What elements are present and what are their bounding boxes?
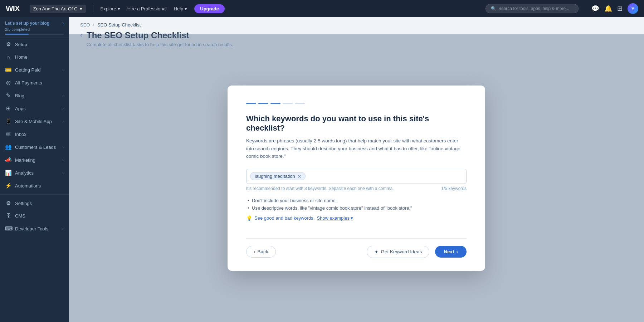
- tip-2: Use descriptive words, like "vintage com…: [246, 204, 467, 212]
- sidebar-divider-1: [0, 194, 69, 195]
- bell-icon[interactable]: 🔔: [604, 5, 612, 13]
- dev-tools-chevron: ›: [62, 226, 64, 231]
- site-name: Zen And The Art Of C: [33, 6, 78, 11]
- customers-icon: 👥: [5, 144, 11, 150]
- sidebar-item-getting-paid[interactable]: 💳 Getting Paid ›: [0, 63, 69, 76]
- sidebar-label-analytics: Analytics: [15, 170, 59, 176]
- keyword-count: 1/5 keywords: [441, 186, 467, 191]
- back-chevron-icon: ‹: [254, 249, 255, 254]
- apps-icon: ⊞: [5, 105, 11, 112]
- sidebar-item-inbox[interactable]: ✉ Inbox: [0, 128, 69, 141]
- nav-help[interactable]: Help ▾: [174, 6, 187, 11]
- sidebar-label-home: Home: [15, 54, 64, 60]
- show-examples[interactable]: 💡 See good and bad keywords. Show exampl…: [246, 215, 467, 221]
- sidebar-item-cms[interactable]: 🗄 CMS: [0, 210, 69, 222]
- modal-description: Keywords are phrases (usually 2-5 words …: [246, 137, 467, 160]
- site-mobile-chevron: ›: [62, 119, 64, 123]
- sidebar-item-all-payments[interactable]: ◎ All Payments: [0, 76, 69, 89]
- keyword-input-container[interactable]: laughing meditation ✕: [246, 169, 467, 184]
- footer-right: ✦ Get Keyword Ideas Next ›: [367, 246, 467, 258]
- marketing-icon: 📣: [5, 157, 11, 163]
- sidebar-item-marketing[interactable]: 📣 Marketing ›: [0, 153, 69, 166]
- sidebar-item-home[interactable]: ⌂ Home: [0, 51, 69, 63]
- sidebar-item-developer-tools[interactable]: ⌨ Developer Tools ›: [0, 222, 69, 235]
- sidebar-label-blog: Blog: [15, 93, 59, 98]
- site-selector[interactable]: Zen And The Art Of C ▾: [30, 5, 86, 13]
- sidebar-label-setup: Setup: [15, 42, 64, 47]
- nav-explore[interactable]: Explore ▾: [101, 6, 120, 11]
- step-dot-5: [295, 103, 305, 104]
- upgrade-button[interactable]: Upgrade: [194, 4, 225, 13]
- blog-chevron: ›: [62, 93, 64, 98]
- next-button[interactable]: Next ›: [435, 246, 467, 258]
- sidebar-label-site-mobile-app: Site & Mobile App: [15, 119, 59, 124]
- progress-fill: [5, 34, 29, 35]
- top-nav: WIX Zen And The Art Of C ▾ Explore ▾ Hir…: [0, 0, 644, 17]
- chat-icon[interactable]: 💬: [591, 5, 599, 13]
- setup-icon: ⚙: [5, 41, 11, 48]
- site-mobile-icon: 📱: [5, 118, 11, 125]
- breadcrumb: SEO › SEO Setup Checklist: [69, 17, 644, 30]
- step-indicators: [246, 103, 467, 104]
- setup-chevron[interactable]: ›: [62, 21, 64, 26]
- site-selector-chevron: ▾: [80, 6, 82, 11]
- sidebar-label-developer-tools: Developer Tools: [15, 226, 59, 231]
- breadcrumb-current: SEO Setup Checklist: [97, 22, 141, 28]
- sidebar-label-all-payments: All Payments: [15, 80, 64, 86]
- nav-divider: [93, 5, 93, 12]
- tip-1: Don't include your business or site name…: [246, 197, 467, 204]
- sidebar-item-analytics[interactable]: 📊 Analytics ›: [0, 166, 69, 179]
- keyword-hint-left: It's recommended to start with 3 keyword…: [246, 186, 394, 191]
- user-avatar[interactable]: Y: [628, 3, 638, 14]
- cms-icon: 🗄: [5, 213, 11, 219]
- search-icon: 🔍: [491, 6, 496, 11]
- dev-tools-icon: ⌨: [5, 225, 11, 232]
- grid-icon[interactable]: ⊞: [617, 5, 623, 13]
- search-placeholder: Search for tools, apps, help & more...: [498, 6, 569, 11]
- marketing-chevron: ›: [62, 158, 64, 162]
- home-icon: ⌂: [5, 54, 11, 60]
- modal-footer: ‹ Back ✦ Get Keyword Ideas Next ›: [246, 238, 467, 258]
- keyword-tag-text: laughing meditation: [255, 174, 295, 179]
- nav-icon-group: 💬 🔔 ⊞ Y: [591, 3, 638, 14]
- global-search[interactable]: 🔍 Search for tools, apps, help & more...: [486, 4, 579, 13]
- sidebar-item-apps[interactable]: ⊞ Apps ›: [0, 102, 69, 115]
- step-dot-2: [258, 103, 268, 104]
- keyword-tag-laughing-meditation[interactable]: laughing meditation ✕: [250, 172, 306, 180]
- sidebar-label-inbox: Inbox: [15, 132, 64, 137]
- main-layout: Let's set up your blog › 2/5 completed ⚙…: [0, 17, 644, 322]
- sidebar-item-site-mobile-app[interactable]: 📱 Site & Mobile App ›: [0, 115, 69, 128]
- next-chevron-icon: ›: [457, 249, 458, 254]
- setup-progress: 2/5 completed: [5, 27, 64, 31]
- settings-icon: ⚙: [5, 200, 11, 206]
- sidebar-label-automations: Automations: [15, 183, 64, 189]
- step-dot-3: [270, 103, 280, 104]
- back-button[interactable]: ‹ Back: [246, 246, 276, 258]
- breadcrumb-seo[interactable]: SEO: [80, 22, 90, 28]
- show-examples-text: See good and bad keywords.: [254, 215, 314, 221]
- analytics-chevron: ›: [62, 171, 64, 175]
- get-keyword-ideas-button[interactable]: ✦ Get Keyword Ideas: [367, 246, 429, 258]
- sidebar-label-customers-leads: Customers & Leads: [15, 145, 59, 150]
- getting-paid-icon: 💳: [5, 67, 11, 73]
- nav-hire[interactable]: Hire a Professional: [127, 6, 167, 11]
- modal-overlay: Which keywords do you want to use in thi…: [69, 34, 644, 322]
- sidebar-item-customers-leads[interactable]: 👥 Customers & Leads ›: [0, 141, 69, 153]
- keyword-modal: Which keywords do you want to use in thi…: [228, 86, 485, 271]
- sidebar-item-setup[interactable]: ⚙ Setup: [0, 38, 69, 51]
- sidebar-item-blog[interactable]: ✎ Blog ›: [0, 89, 69, 102]
- all-payments-icon: ◎: [5, 79, 11, 86]
- lightbulb-icon: 💡: [246, 215, 252, 221]
- automations-icon: ⚡: [5, 182, 11, 189]
- setup-banner: Let's set up your blog › 2/5 completed: [0, 17, 69, 38]
- sidebar-label-settings: Settings: [15, 201, 64, 206]
- sidebar-item-automations[interactable]: ⚡ Automations: [0, 179, 69, 192]
- step-dot-4: [283, 103, 293, 104]
- breadcrumb-separator: ›: [93, 22, 94, 28]
- show-examples-link[interactable]: Show examples ▾: [317, 215, 353, 221]
- tips-list: Don't include your business or site name…: [246, 197, 467, 212]
- keyword-tag-remove[interactable]: ✕: [297, 174, 302, 179]
- sidebar-item-settings[interactable]: ⚙ Settings: [0, 197, 69, 210]
- step-dot-1: [246, 103, 256, 104]
- keyword-ideas-icon: ✦: [374, 249, 379, 255]
